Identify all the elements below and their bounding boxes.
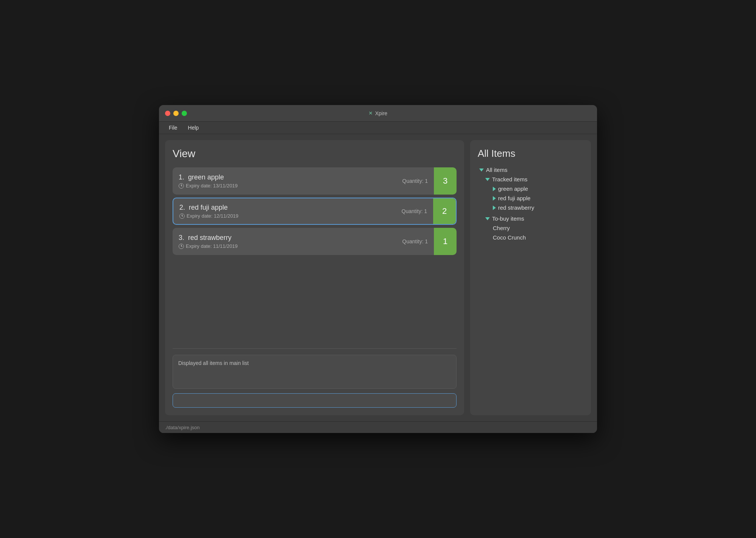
divider [173,348,457,349]
item-card-3[interactable]: 3. red strawberry Expiry date: 11/11/201… [173,228,457,255]
item-expiry-2: Expiry date: 12/11/2019 [179,213,389,219]
statusbar: ./data/xpire.json [159,421,597,433]
clock-icon-2 [179,213,185,219]
clock-icon-3 [179,244,184,249]
expand-icon-all-items [479,169,484,172]
tree-all-items-label: All items [486,167,508,173]
titlebar: ✕ Xpire [159,105,597,122]
quantity-badge-2: 2 [433,198,456,224]
quantity-label-2: Quantity: 1 [395,208,433,214]
leaf-icon-green-apple [493,187,496,191]
log-text: Displayed all items in main list [178,360,249,366]
app-icon: ✕ [369,110,373,116]
view-title: View [173,148,457,160]
close-button[interactable] [165,111,170,116]
tree-all-items[interactable]: All items [478,165,583,174]
tree-cherry[interactable]: Cherry [478,224,583,232]
tree-coco-crunch[interactable]: Coco Crunch [478,233,583,242]
item-name-2: 2. red fuji apple [179,204,389,212]
maximize-button[interactable] [182,111,187,116]
item-card-2[interactable]: 2. red fuji apple Expiry date: 12/11/201… [173,198,457,225]
tree-tobuy-items[interactable]: To-buy items [478,214,583,223]
item-info-1: 1. green apple Expiry date: 13/11/2019 [173,169,396,193]
tree-red-fuji-apple[interactable]: red fuji apple [478,194,583,203]
item-expiry-1: Expiry date: 13/11/2019 [179,183,390,189]
tree-tracked-label: Tracked items [492,176,528,182]
tree-red-strawberry-label: red strawberry [498,204,534,211]
quantity-badge-3: 1 [434,228,457,255]
tree-red-fuji-apple-label: red fuji apple [498,195,531,201]
items-list: 1. green apple Expiry date: 13/11/2019 Q… [173,167,457,342]
app-window: ✕ Xpire File Help View 1. green apple [159,105,597,433]
tree-tracked-items[interactable]: Tracked items [478,175,583,184]
leaf-icon-red-strawberry [493,206,496,210]
tree-red-strawberry[interactable]: red strawberry [478,203,583,212]
log-box: Displayed all items in main list [173,355,457,389]
tree-green-apple[interactable]: green apple [478,184,583,193]
leaf-icon-red-fuji-apple [493,196,496,201]
quantity-label-3: Quantity: 1 [396,238,434,244]
tree-cherry-label: Cherry [493,225,510,231]
tree-coco-crunch-label: Coco Crunch [493,234,526,241]
item-info-2: 2. red fuji apple Expiry date: 12/11/201… [173,199,395,223]
item-tree: All items Tracked items green apple red … [478,165,583,242]
menubar: File Help [159,122,597,134]
item-info-3: 3. red strawberry Expiry date: 11/11/201… [173,229,396,254]
help-menu[interactable]: Help [184,123,203,132]
item-card-1[interactable]: 1. green apple Expiry date: 13/11/2019 Q… [173,167,457,195]
tree-tobuy-label: To-buy items [492,215,524,222]
quantity-label-1: Quantity: 1 [396,178,434,184]
quantity-badge-1: 3 [434,167,457,195]
tree-green-apple-label: green apple [498,186,528,192]
clock-icon-1 [179,183,184,189]
left-panel: View 1. green apple Expiry date: 13/11/2… [165,140,464,415]
main-content: View 1. green apple Expiry date: 13/11/2… [159,134,597,421]
item-name-1: 1. green apple [179,173,390,181]
status-path: ./data/xpire.json [165,425,200,430]
window-title: ✕ Xpire [369,110,387,116]
minimize-button[interactable] [173,111,179,116]
right-panel-title: All Items [478,148,583,159]
item-name-3: 3. red strawberry [179,234,390,242]
right-panel: All Items All items Tracked items green … [470,140,591,415]
expand-icon-tobuy [485,217,490,220]
command-input[interactable] [173,393,457,408]
traffic-lights [165,111,187,116]
file-menu[interactable]: File [165,123,181,132]
item-expiry-3: Expiry date: 11/11/2019 [179,243,390,249]
expand-icon-tracked [485,178,490,181]
